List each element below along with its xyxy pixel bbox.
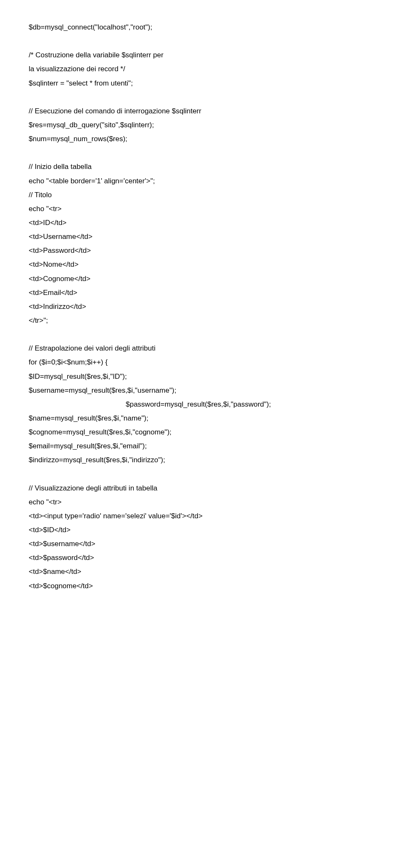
code-line: // Inizio della tabella <box>29 160 376 174</box>
code-line: $db=mysql_connect("localhost","root"); <box>29 20 376 34</box>
code-line: $username=mysql_result($res,$i,"username… <box>29 383 376 397</box>
code-line: <td>Nome</td> <box>29 257 376 271</box>
code-line <box>29 467 376 481</box>
code-line: <td>Indirizzo</td> <box>29 300 376 313</box>
code-line: echo "<table border='1' align='center'>"… <box>29 174 376 188</box>
code-line: for ($i=0;$i<$num;$i++) { <box>29 355 376 369</box>
code-line: $sqlinterr = "select * from utenti"; <box>29 76 376 90</box>
code-line <box>29 90 376 104</box>
code-line: la visualizzazione dei record */ <box>29 62 376 76</box>
code-line <box>29 327 376 341</box>
code-line: echo "<tr> <box>29 202 376 216</box>
code-line: $name=mysql_result($res,$i,"name"); <box>29 411 376 425</box>
code-line: // Titolo <box>29 188 376 202</box>
code-line: <td>$username</td> <box>29 537 376 551</box>
code-line: <td>$password</td> <box>29 551 376 565</box>
code-line: <td>$ID</td> <box>29 523 376 537</box>
code-line: echo "<tr> <box>29 495 376 509</box>
code-line: <td>$name</td> <box>29 565 376 579</box>
code-line: // Estrapolazione dei valori degli attri… <box>29 341 376 355</box>
code-line: <td>Username</td> <box>29 230 376 244</box>
code-line: $email=mysql_result($res,$i,"email"); <box>29 439 376 453</box>
code-line: $cognome=mysql_result($res,$i,"cognome")… <box>29 425 376 439</box>
code-line: <td>Password</td> <box>29 244 376 257</box>
code-line: // Visualizzazione degli attributi in ta… <box>29 481 376 495</box>
code-line: <td>ID</td> <box>29 216 376 230</box>
code-line: /* Costruzione della variabile $sqlinter… <box>29 48 376 62</box>
code-line: $indirizzo=mysql_result($res,$i,"indiriz… <box>29 453 376 467</box>
code-line: $num=mysql_num_rows($res); <box>29 132 376 146</box>
code-line <box>29 34 376 48</box>
code-line: $ID=mysql_result($res,$i,"ID"); <box>29 370 376 383</box>
document-page: $db=mysql_connect("localhost","root");/*… <box>0 0 405 868</box>
code-line: <td>Cognome</td> <box>29 272 376 286</box>
code-line: <td>Email</td> <box>29 286 376 300</box>
code-line: </tr>"; <box>29 313 376 327</box>
code-line: $password=mysql_result($res,$i,"password… <box>29 397 376 411</box>
code-line <box>29 146 376 160</box>
code-line: // Esecuzione del comando di interrogazi… <box>29 104 376 118</box>
code-line: <td>$cognome</td> <box>29 579 376 593</box>
code-line: <td><input type='radio' name='selezi' va… <box>29 509 376 523</box>
code-line: $res=mysql_db_query("sito",$sqlinterr); <box>29 118 376 132</box>
